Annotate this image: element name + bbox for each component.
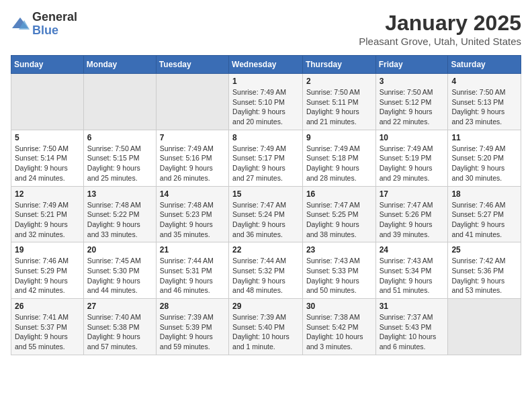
calendar-cell: 4Sunrise: 7:50 AMSunset: 5:13 PMDaylight…	[448, 74, 521, 130]
day-number: 8	[232, 133, 299, 142]
day-number: 10	[380, 133, 445, 142]
day-info: Sunrise: 7:49 AMSunset: 5:19 PMDaylight:…	[380, 144, 445, 183]
calendar-cell: 21Sunrise: 7:44 AMSunset: 5:31 PMDayligh…	[156, 242, 228, 299]
day-number: 9	[306, 133, 372, 142]
day-number: 7	[160, 133, 225, 142]
calendar-table: SundayMondayTuesdayWednesdayThursdayFrid…	[11, 55, 521, 355]
calendar-cell: 28Sunrise: 7:39 AMSunset: 5:39 PMDayligh…	[156, 299, 228, 355]
day-number: 24	[380, 245, 445, 255]
day-number: 6	[87, 133, 152, 142]
day-info: Sunrise: 7:40 AMSunset: 5:38 PMDaylight:…	[87, 312, 152, 352]
day-info: Sunrise: 7:39 AMSunset: 5:39 PMDaylight:…	[160, 312, 225, 352]
calendar-cell: 5Sunrise: 7:50 AMSunset: 5:14 PMDaylight…	[11, 130, 84, 186]
calendar-cell: 31Sunrise: 7:37 AMSunset: 5:43 PMDayligh…	[375, 299, 448, 355]
day-info: Sunrise: 7:49 AMSunset: 5:17 PMDaylight:…	[232, 144, 299, 183]
day-info: Sunrise: 7:44 AMSunset: 5:32 PMDaylight:…	[232, 256, 299, 295]
day-number: 11	[451, 133, 517, 142]
day-number: 20	[87, 245, 152, 255]
day-number: 13	[87, 189, 152, 199]
calendar-cell: 18Sunrise: 7:46 AMSunset: 5:27 PMDayligh…	[448, 186, 521, 242]
logo-general-text: General	[32, 11, 77, 24]
logo-blue-text: Blue	[32, 24, 77, 38]
day-info: Sunrise: 7:41 AMSunset: 5:37 PMDaylight:…	[15, 312, 80, 352]
day-info: Sunrise: 7:50 AMSunset: 5:12 PMDaylight:…	[380, 87, 445, 127]
weekday-header: Tuesday	[156, 56, 228, 74]
day-info: Sunrise: 7:50 AMSunset: 5:11 PMDaylight:…	[306, 87, 372, 127]
day-info: Sunrise: 7:50 AMSunset: 5:13 PMDaylight:…	[451, 87, 517, 127]
calendar-cell: 3Sunrise: 7:50 AMSunset: 5:12 PMDaylight…	[375, 74, 448, 130]
day-info: Sunrise: 7:49 AMSunset: 5:18 PMDaylight:…	[306, 144, 372, 183]
logo-text: General Blue	[32, 11, 77, 38]
day-info: Sunrise: 7:49 AMSunset: 5:20 PMDaylight:…	[451, 144, 517, 183]
day-number: 27	[87, 302, 152, 311]
day-info: Sunrise: 7:46 AMSunset: 5:27 PMDaylight:…	[451, 200, 517, 240]
calendar-cell: 24Sunrise: 7:43 AMSunset: 5:34 PMDayligh…	[375, 242, 448, 299]
day-number: 18	[451, 189, 517, 199]
calendar-cell: 12Sunrise: 7:49 AMSunset: 5:21 PMDayligh…	[11, 186, 84, 242]
calendar-week-row: 5Sunrise: 7:50 AMSunset: 5:14 PMDaylight…	[11, 130, 521, 186]
day-info: Sunrise: 7:38 AMSunset: 5:42 PMDaylight:…	[306, 312, 372, 352]
calendar-cell: 13Sunrise: 7:48 AMSunset: 5:22 PMDayligh…	[83, 186, 156, 242]
calendar-cell: 6Sunrise: 7:50 AMSunset: 5:15 PMDaylight…	[83, 130, 156, 186]
logo: General Blue	[11, 11, 77, 38]
day-number: 12	[15, 189, 80, 199]
day-number: 28	[160, 302, 225, 311]
day-number: 17	[380, 189, 445, 199]
calendar-cell	[448, 299, 521, 355]
day-number: 16	[306, 189, 372, 199]
day-info: Sunrise: 7:45 AMSunset: 5:30 PMDaylight:…	[87, 256, 152, 295]
calendar-cell: 10Sunrise: 7:49 AMSunset: 5:19 PMDayligh…	[375, 130, 448, 186]
day-info: Sunrise: 7:50 AMSunset: 5:14 PMDaylight:…	[15, 144, 80, 183]
day-info: Sunrise: 7:50 AMSunset: 5:15 PMDaylight:…	[87, 144, 152, 183]
day-number: 23	[306, 245, 372, 255]
day-number: 25	[451, 245, 517, 255]
calendar-cell: 1Sunrise: 7:49 AMSunset: 5:10 PMDaylight…	[229, 74, 303, 130]
day-info: Sunrise: 7:42 AMSunset: 5:36 PMDaylight:…	[451, 256, 517, 295]
day-info: Sunrise: 7:37 AMSunset: 5:43 PMDaylight:…	[380, 312, 445, 352]
calendar-cell: 15Sunrise: 7:47 AMSunset: 5:24 PMDayligh…	[229, 186, 303, 242]
day-number: 14	[160, 189, 225, 199]
weekday-header: Saturday	[448, 56, 521, 74]
day-number: 3	[380, 77, 445, 86]
calendar-cell: 30Sunrise: 7:38 AMSunset: 5:42 PMDayligh…	[302, 299, 375, 355]
day-number: 1	[232, 77, 299, 86]
day-info: Sunrise: 7:49 AMSunset: 5:21 PMDaylight:…	[15, 200, 80, 240]
calendar-week-row: 19Sunrise: 7:46 AMSunset: 5:29 PMDayligh…	[11, 242, 521, 299]
calendar-cell: 11Sunrise: 7:49 AMSunset: 5:20 PMDayligh…	[448, 130, 521, 186]
title-block: January 2025 Pleasant Grove, Utah, Unite…	[359, 11, 521, 47]
calendar-cell: 22Sunrise: 7:44 AMSunset: 5:32 PMDayligh…	[229, 242, 303, 299]
day-number: 15	[232, 189, 299, 199]
calendar-cell: 8Sunrise: 7:49 AMSunset: 5:17 PMDaylight…	[229, 130, 303, 186]
weekday-header: Monday	[83, 56, 156, 74]
weekday-header: Friday	[375, 56, 448, 74]
day-info: Sunrise: 7:44 AMSunset: 5:31 PMDaylight:…	[160, 256, 225, 295]
month-title: January 2025	[359, 11, 521, 36]
calendar-cell: 25Sunrise: 7:42 AMSunset: 5:36 PMDayligh…	[448, 242, 521, 299]
weekday-header: Wednesday	[229, 56, 303, 74]
calendar-cell: 27Sunrise: 7:40 AMSunset: 5:38 PMDayligh…	[83, 299, 156, 355]
weekday-header: Sunday	[11, 56, 84, 74]
day-number: 19	[15, 245, 80, 255]
day-info: Sunrise: 7:39 AMSunset: 5:40 PMDaylight:…	[232, 312, 299, 352]
day-number: 4	[451, 77, 517, 86]
calendar-cell: 29Sunrise: 7:39 AMSunset: 5:40 PMDayligh…	[229, 299, 303, 355]
calendar-cell: 2Sunrise: 7:50 AMSunset: 5:11 PMDaylight…	[302, 74, 375, 130]
day-number: 26	[15, 302, 80, 311]
calendar-cell: 19Sunrise: 7:46 AMSunset: 5:29 PMDayligh…	[11, 242, 84, 299]
location-text: Pleasant Grove, Utah, United States	[359, 36, 521, 47]
calendar-cell	[11, 74, 84, 130]
day-info: Sunrise: 7:47 AMSunset: 5:25 PMDaylight:…	[306, 200, 372, 240]
calendar-cell: 17Sunrise: 7:47 AMSunset: 5:26 PMDayligh…	[375, 186, 448, 242]
calendar-cell: 9Sunrise: 7:49 AMSunset: 5:18 PMDaylight…	[302, 130, 375, 186]
day-info: Sunrise: 7:43 AMSunset: 5:34 PMDaylight:…	[380, 256, 445, 295]
calendar-header: SundayMondayTuesdayWednesdayThursdayFrid…	[11, 56, 521, 74]
day-info: Sunrise: 7:49 AMSunset: 5:16 PMDaylight:…	[160, 144, 225, 183]
logo-icon	[11, 15, 30, 34]
day-number: 30	[306, 302, 372, 311]
calendar-cell: 16Sunrise: 7:47 AMSunset: 5:25 PMDayligh…	[302, 186, 375, 242]
calendar-cell	[156, 74, 228, 130]
day-info: Sunrise: 7:43 AMSunset: 5:33 PMDaylight:…	[306, 256, 372, 295]
day-info: Sunrise: 7:46 AMSunset: 5:29 PMDaylight:…	[15, 256, 80, 295]
day-number: 31	[380, 302, 445, 311]
page-header: General Blue January 2025 Pleasant Grove…	[11, 11, 521, 47]
